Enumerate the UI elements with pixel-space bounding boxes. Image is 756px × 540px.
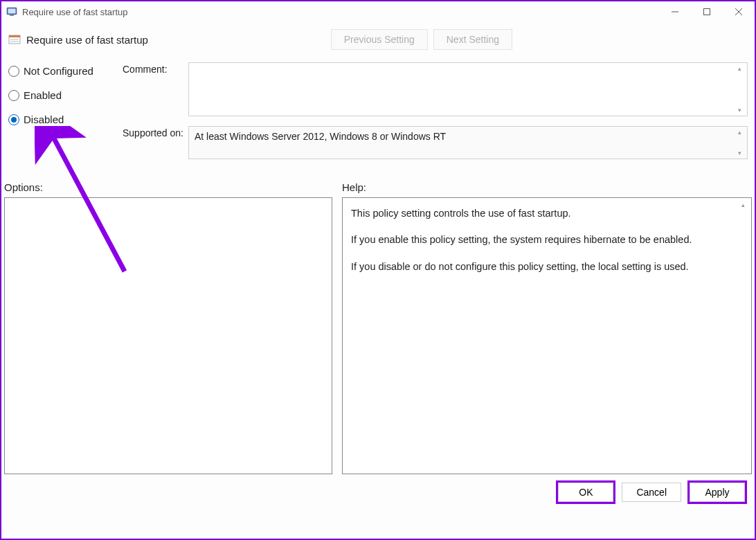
ok-button[interactable]: OK bbox=[558, 483, 613, 502]
dialog-footer: OK Cancel Apply bbox=[1, 474, 755, 509]
maximize-button[interactable] bbox=[691, 1, 723, 22]
svg-rect-4 bbox=[704, 9, 710, 15]
comment-label: Comment: bbox=[123, 62, 188, 116]
policy-header: Require use of fast startup Previous Set… bbox=[1, 22, 755, 50]
comment-textbox[interactable]: ▴ ▾ bbox=[188, 62, 748, 116]
svg-rect-2 bbox=[10, 15, 14, 16]
next-setting-button[interactable]: Next Setting bbox=[433, 29, 512, 50]
help-paragraph: If you disable or do not configure this … bbox=[351, 260, 739, 273]
svg-rect-8 bbox=[9, 35, 20, 37]
scroll-down-icon: ▾ bbox=[738, 107, 745, 114]
svg-rect-1 bbox=[8, 9, 16, 14]
options-section-label: Options: bbox=[4, 181, 342, 193]
scroll-up-icon: ▴ bbox=[738, 129, 745, 136]
app-icon bbox=[6, 6, 18, 18]
minimize-button[interactable] bbox=[659, 1, 691, 22]
scroll-down-icon: ▾ bbox=[738, 150, 745, 156]
close-button[interactable] bbox=[723, 1, 755, 22]
policy-title: Require use of fast startup bbox=[26, 34, 148, 46]
window-title: Require use of fast startup bbox=[22, 7, 659, 17]
policy-icon bbox=[8, 33, 21, 46]
radio-enabled[interactable]: Enabled bbox=[8, 89, 123, 101]
options-pane bbox=[4, 197, 332, 474]
help-section-label: Help: bbox=[342, 181, 748, 193]
radio-icon bbox=[8, 90, 19, 101]
radio-label: Enabled bbox=[24, 89, 62, 101]
cancel-button[interactable]: Cancel bbox=[622, 483, 681, 502]
apply-button[interactable]: Apply bbox=[690, 483, 745, 502]
radio-label: Disabled bbox=[24, 114, 64, 125]
radio-icon bbox=[8, 114, 19, 125]
help-paragraph: If you enable this policy setting, the s… bbox=[351, 233, 739, 246]
state-radio-group: Not Configured Enabled Disabled bbox=[8, 62, 123, 169]
supported-on-textbox: At least Windows Server 2012, Windows 8 … bbox=[188, 126, 748, 159]
title-bar: Require use of fast startup bbox=[1, 1, 755, 22]
help-paragraph: This policy setting controls the use of … bbox=[351, 206, 739, 220]
scroll-up-icon: ▴ bbox=[741, 201, 748, 208]
scroll-up-icon: ▴ bbox=[738, 65, 745, 72]
radio-disabled[interactable]: Disabled bbox=[8, 114, 123, 125]
supported-on-label: Supported on: bbox=[123, 126, 188, 159]
radio-not-configured[interactable]: Not Configured bbox=[8, 65, 123, 77]
radio-label: Not Configured bbox=[24, 65, 93, 77]
help-pane: This policy setting controls the use of … bbox=[342, 197, 752, 474]
previous-setting-button[interactable]: Previous Setting bbox=[331, 29, 428, 50]
radio-icon bbox=[8, 66, 19, 77]
